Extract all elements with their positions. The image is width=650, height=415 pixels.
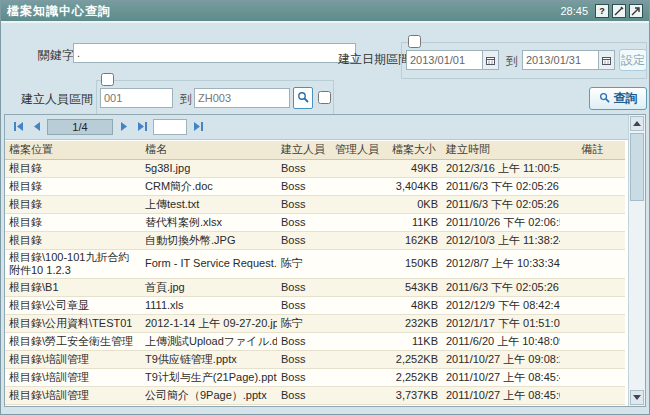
person-option-checkbox[interactable] [318,91,331,104]
cell: 45KB [388,404,442,406]
goto-page-button[interactable] [191,120,205,134]
cell: Boss [277,350,331,368]
cell: 3,404KB [388,177,442,195]
table-row[interactable]: 根目錄\公司章显1111.xlsBoss48KB2012/12/9 下午 08:… [5,296,625,314]
cell: 2011/10/27 上午 08:45:43 [442,368,560,386]
table-row[interactable]: 根目錄\培訓管理公司簡介（9Page）.pptxBoss3,737KB2011/… [5,386,625,404]
table-row[interactable]: 根目錄\培訓管理T9计划与生产(21Page).pptxBoss2,252KB2… [5,368,625,386]
table-row[interactable]: 根目錄\勞工安全衛生管理上傳測試Uploadファイル.docBoss11KB20… [5,332,625,350]
calendar-icon[interactable] [598,51,614,69]
pagination-bar: 1/4 [5,115,628,140]
cell: Boss [277,296,331,314]
table-row[interactable]: 根目錄\公用資料\TEST012012-1-14 上午 09-27-20.jpg… [5,314,625,332]
cell: 543KB [388,278,442,296]
column-header-6[interactable]: 備註 [560,141,625,159]
cell: 2012/3/16 上午 11:00:54 [442,159,560,177]
cell [331,159,388,177]
next-page-button[interactable] [117,120,131,134]
cell [331,332,388,350]
column-header-2[interactable]: 建立人員 [277,141,331,159]
cell: 根目錄\培訓管理 [5,350,141,368]
cell: 11月連線試用資料.docx [141,404,277,406]
cell [331,404,388,406]
first-page-button[interactable] [11,120,25,134]
cell: 根目錄\勞工安全衛生管理 [5,332,141,350]
cell: Boss [277,278,331,296]
cell: 2012-1-14 上午 09-27-20.jpg [141,314,277,332]
person-range-checkbox[interactable] [101,73,114,86]
cell [560,314,625,332]
scroll-down-icon[interactable] [630,390,644,405]
person-lookup-button[interactable] [293,87,313,109]
cell: 根目錄\100-101九折合約附件10 1.2.3 [5,249,141,278]
table-row[interactable]: 根目錄替代料案例.xlsxBoss11KB2011/10/26 下午 02:06… [5,213,625,231]
column-header-0[interactable]: 檔案位置 [5,141,141,159]
scrollbar-thumb[interactable] [630,133,644,201]
cell [560,296,625,314]
exit-icon[interactable] [629,4,643,18]
table-row[interactable]: 根目錄上傳test.txtBoss0KB2011/6/3 下午 02:05:26 [5,195,625,213]
keyword-input[interactable] [73,43,356,63]
cell [560,368,625,386]
results-panel: 1/4 檔案位置檔名建立人員管理人員檔案大小建立時間備註 根 [4,114,646,407]
column-header-1[interactable]: 檔名 [141,141,277,159]
cell: 根目錄\公司章显 [5,296,141,314]
help-icon[interactable]: ? [595,4,609,18]
edit-icon[interactable] [612,4,626,18]
prev-page-button[interactable] [29,120,43,134]
cell: 2011/6/3 下午 02:05:26 [442,177,560,195]
person-to-input[interactable] [194,88,290,108]
query-button[interactable]: 查詢 [589,87,647,110]
table-row[interactable]: 根目錄\存貨決策分析系統11月連線試用資料.docxBoss45KB2010/1… [5,404,625,406]
column-header-5[interactable]: 建立時間 [442,141,560,159]
cell: 根目錄\培訓管理 [5,368,141,386]
table-row[interactable]: 根目錄5g38I.jpgBoss49KB2012/3/16 上午 11:00:5… [5,159,625,177]
calendar-icon[interactable] [482,51,498,69]
cell: 根目錄\存貨決策分析系統 [5,404,141,406]
cell: T9供应链管理.pptx [141,350,277,368]
person-from-input[interactable] [100,88,173,108]
cell [331,350,388,368]
table-row[interactable]: 根目錄\100-101九折合約附件10 1.2.3Form - IT Servi… [5,249,625,278]
cell [560,386,625,404]
goto-page-input[interactable] [153,119,187,135]
date-to-input[interactable] [523,51,598,69]
table-row[interactable]: 根目錄\培訓管理T9供应链管理.pptxBoss2,252KB2011/10/2… [5,350,625,368]
cell: Boss [277,368,331,386]
scroll-up-icon[interactable] [630,116,644,131]
cell: Form - IT Service Request.doc [141,249,277,278]
cell: Boss [277,159,331,177]
cell: 公司簡介（9Page）.pptx [141,386,277,404]
query-button-label: 查詢 [614,90,638,107]
table-row[interactable]: 根目錄\B1首頁.jpgBoss543KB2011/6/3 下午 02:05:2… [5,278,625,296]
cell: 根目錄 [5,195,141,213]
cell [331,314,388,332]
table-row[interactable]: 根目錄CRM簡介.docBoss3,404KB2011/6/3 下午 02:05… [5,177,625,195]
table-row[interactable]: 根目錄自動切換外幣.JPGBoss162KB2012/10/3 上午 11:38… [5,231,625,249]
cell: 2,252KB [388,368,442,386]
cell [560,278,625,296]
cell [560,249,625,278]
title-bar: 檔案知識中心查詢 28:45 ? [1,1,649,23]
last-page-button[interactable] [135,120,149,134]
column-header-4[interactable]: 檔案大小 [388,141,442,159]
cell: 2011/10/26 下午 02:06:52 [442,213,560,231]
cell [331,386,388,404]
cell: 替代料案例.xlsx [141,213,277,231]
cell: Boss [277,332,331,350]
date-range-checkbox[interactable] [408,35,421,48]
date-from-input[interactable] [407,51,482,69]
cell: T9计划与生产(21Page).pptx [141,368,277,386]
set-date-button[interactable]: 設定 [619,49,647,71]
vertical-scrollbar[interactable] [628,115,645,406]
cell: 11KB [388,213,442,231]
cell [560,350,625,368]
results-table: 檔案位置檔名建立人員管理人員檔案大小建立時間備註 根目錄5g38I.jpgBos… [5,141,625,406]
cell: Boss [277,386,331,404]
date-range-label: 建立日期區間 [338,51,410,68]
cell: 自動切換外幣.JPG [141,231,277,249]
cell: 陈宁 [277,314,331,332]
cell: 0KB [388,195,442,213]
column-header-3[interactable]: 管理人員 [331,141,388,159]
cell: 162KB [388,231,442,249]
